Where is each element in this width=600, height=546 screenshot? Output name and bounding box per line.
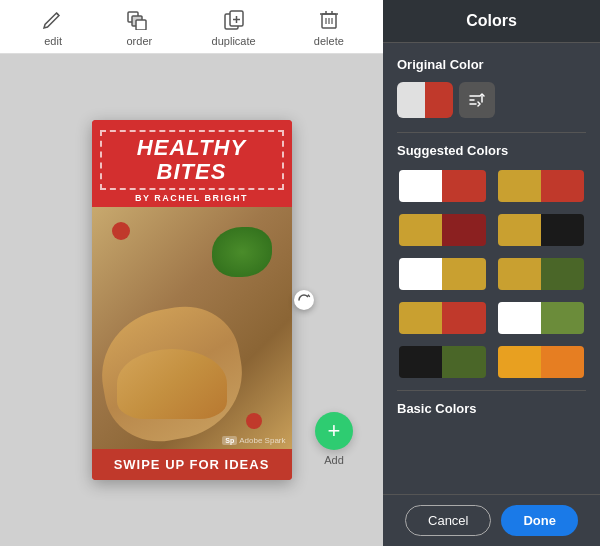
toolbar: edit order duplicate xyxy=(0,0,383,54)
suggested-pair-10-c1 xyxy=(498,346,541,378)
original-color-chip-2 xyxy=(425,82,453,118)
duplicate-label: duplicate xyxy=(212,35,256,47)
order-label: order xyxy=(127,35,153,47)
panel-title: Colors xyxy=(466,12,517,29)
suggested-pair-2-c1 xyxy=(498,170,541,202)
toolbar-item-edit[interactable]: edit xyxy=(39,8,67,47)
adobe-spark-text: Adobe Spark xyxy=(239,436,285,445)
suggested-pair-6[interactable] xyxy=(496,256,587,292)
duplicate-icon xyxy=(220,8,248,32)
suggested-pair-6-c2 xyxy=(541,258,584,290)
suggested-pair-8-c2 xyxy=(541,302,584,334)
tomato2 xyxy=(246,413,262,429)
suggested-pair-4-c1 xyxy=(498,214,541,246)
add-label: Add xyxy=(324,454,344,466)
original-color-box xyxy=(397,82,586,118)
book-cover: HEALTHY BITES BY RACHEL BRIGHT Sp Adobe … xyxy=(92,120,292,480)
sp-badge: Sp xyxy=(222,436,237,445)
suggested-pair-10-c2 xyxy=(541,346,584,378)
suggested-pair-6-c1 xyxy=(498,258,541,290)
adobe-spark-badge: Sp Adobe Spark xyxy=(222,436,285,445)
herb-green xyxy=(212,227,272,277)
panel-footer: Cancel Done xyxy=(383,494,600,546)
delete-icon xyxy=(315,8,343,32)
book-bottom: SWIPE UP FOR IDEAS xyxy=(92,449,292,480)
suggested-pair-4[interactable] xyxy=(496,212,587,248)
suggested-pair-7-c1 xyxy=(399,302,442,334)
book-bottom-text: SWIPE UP FOR IDEAS xyxy=(100,457,284,472)
edit-icon xyxy=(39,8,67,32)
rotate-handle[interactable] xyxy=(294,290,314,310)
add-button[interactable]: + Add xyxy=(315,412,353,466)
order-icon xyxy=(125,8,153,32)
suggested-pair-7-c2 xyxy=(442,302,485,334)
add-circle: + xyxy=(315,412,353,450)
suggested-pair-7[interactable] xyxy=(397,300,488,336)
rotate-icon xyxy=(297,293,311,307)
suggested-pair-2-c2 xyxy=(541,170,584,202)
toolbar-item-delete[interactable]: delete xyxy=(314,8,344,47)
panel-header: Colors xyxy=(383,0,600,43)
suggested-pair-3-c1 xyxy=(399,214,442,246)
suggested-pair-1-c1 xyxy=(399,170,442,202)
suggested-pair-1[interactable] xyxy=(397,168,488,204)
suggested-pair-5[interactable] xyxy=(397,256,488,292)
canvas-area: HEALTHY BITES BY RACHEL BRIGHT Sp Adobe … xyxy=(0,54,383,546)
edit-label: edit xyxy=(44,35,62,47)
suggested-pair-5-c2 xyxy=(442,258,485,290)
suggested-pair-10[interactable] xyxy=(496,344,587,380)
bread-item xyxy=(117,349,227,419)
divider-1 xyxy=(397,132,586,133)
suggested-pair-2[interactable] xyxy=(496,168,587,204)
left-panel: edit order duplicate xyxy=(0,0,383,546)
book-subtitle: BY RACHEL BRIGHT xyxy=(100,193,284,203)
suggested-pair-8-c1 xyxy=(498,302,541,334)
toolbar-item-duplicate[interactable]: duplicate xyxy=(212,8,256,47)
done-button[interactable]: Done xyxy=(501,505,578,536)
suggested-pair-9-c1 xyxy=(399,346,442,378)
suggested-pair-3[interactable] xyxy=(397,212,488,248)
basic-colors-label: Basic Colors xyxy=(397,401,586,416)
book-image: Sp Adobe Spark xyxy=(92,207,292,449)
original-color-pair[interactable] xyxy=(397,82,453,118)
svg-rect-2 xyxy=(136,20,146,30)
suggested-pair-9[interactable] xyxy=(397,344,488,380)
shuffle-button[interactable] xyxy=(459,82,495,118)
panel-body: Original Color Suggested Colors xyxy=(383,43,600,494)
cancel-button[interactable]: Cancel xyxy=(405,505,491,536)
delete-label: delete xyxy=(314,35,344,47)
suggested-colors-label: Suggested Colors xyxy=(397,143,586,158)
shuffle-icon xyxy=(468,91,486,109)
toolbar-item-order[interactable]: order xyxy=(125,8,153,47)
original-color-chip-1 xyxy=(397,82,425,118)
tomato1 xyxy=(112,222,130,240)
suggested-pair-5-c1 xyxy=(399,258,442,290)
suggested-pair-8[interactable] xyxy=(496,300,587,336)
suggested-pair-4-c2 xyxy=(541,214,584,246)
suggested-pair-3-c2 xyxy=(442,214,485,246)
suggested-pair-9-c2 xyxy=(442,346,485,378)
divider-2 xyxy=(397,390,586,391)
original-color-label: Original Color xyxy=(397,57,586,72)
right-panel: Colors Original Color Suggested Colors xyxy=(383,0,600,546)
book-top: HEALTHY BITES BY RACHEL BRIGHT xyxy=(92,120,292,207)
suggested-pair-1-c2 xyxy=(442,170,485,202)
suggested-colors-grid xyxy=(397,168,586,380)
book-title: HEALTHY BITES xyxy=(100,130,284,190)
